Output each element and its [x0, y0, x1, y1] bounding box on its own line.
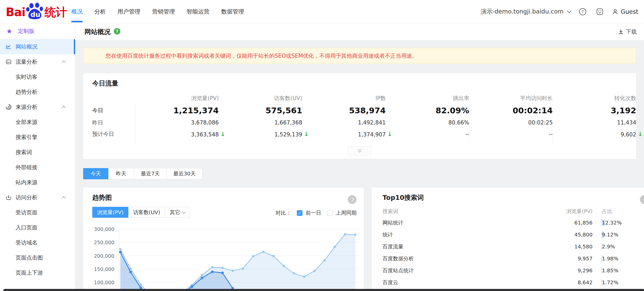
data-point: [282, 265, 285, 267]
sidebar-item-label: 受访域名: [16, 239, 37, 246]
stats-value: --: [386, 128, 469, 140]
stats-pad-cell: [553, 140, 636, 144]
data-point: [190, 285, 193, 288]
nav-tab[interactable]: 智能运营: [187, 0, 209, 23]
sidebar-item[interactable]: 全部来源: [0, 115, 75, 130]
top-nav: Bai du 统计 概况分析用户管理营销管理智能运营数据管理 演示-demo.t…: [0, 0, 644, 23]
sidebar-item-label: 页面上下游: [16, 269, 43, 276]
stats-column-header: IP数: [302, 92, 386, 104]
stats-column-header: 平均访问时长: [469, 92, 553, 104]
top10-row: 百度流量14,5802.9%: [383, 241, 644, 253]
user-menu[interactable]: Guest: [612, 8, 638, 15]
stats-value: 3,192: [553, 104, 636, 117]
data-point: [242, 267, 244, 270]
sidebar-item-label: 入口页面: [16, 224, 37, 231]
stats-row: 今日1,215,374575,561538,97482.09%00:02:143…: [92, 104, 636, 117]
stats-value-text: 575,561: [266, 106, 302, 115]
chevron-up-icon[interactable]: [62, 105, 66, 110]
top10-ratio-text: 9.12%: [602, 232, 619, 238]
sidebar-item-label: 受访页面: [16, 209, 37, 216]
date-range-tab[interactable]: 最近30天: [167, 168, 202, 179]
stats-column-header: 访客数(UV): [219, 92, 302, 104]
visit-icon: [6, 195, 11, 200]
data-point: [129, 271, 132, 273]
baidu-tongji-logo[interactable]: Bai du 统计: [6, 4, 67, 20]
stats-pad-cell: [386, 140, 469, 144]
sidebar-item[interactable]: 受访域名: [0, 235, 75, 250]
top10-pv-value: 61,856: [551, 217, 593, 229]
sidebar-item[interactable]: 访问分析: [0, 190, 75, 205]
collapse-toggle-button[interactable]: [347, 146, 372, 156]
top10-row: 百度站点统计9,2961.85%: [383, 264, 644, 276]
download-button[interactable]: 下载: [618, 28, 637, 35]
chevron-up-icon[interactable]: [62, 60, 66, 64]
top10-keyword: 统计: [383, 229, 551, 241]
y-axis-tick-label: 150,000: [94, 266, 114, 272]
stats-value-text: 00:02:25: [528, 120, 553, 126]
double-chevron-down-icon: [357, 148, 363, 154]
sidebar-item-label: 全部来源: [16, 118, 37, 126]
data-point: [140, 283, 142, 286]
date-range-tabs: 今天昨天最近7天最近30天: [83, 168, 202, 179]
stats-value-text: 1,374,907: [358, 131, 386, 138]
stats-pad-row: [92, 140, 636, 144]
site-selector[interactable]: 演示-demo.tongji.baidu.com: [481, 8, 571, 16]
sidebar-item[interactable]: 站内来源: [0, 175, 75, 190]
sidebar-item[interactable]: 实时访客: [0, 69, 75, 84]
sidebar-item-label: 网站概况: [16, 43, 37, 50]
sidebar-item[interactable]: 趋势分析: [0, 84, 75, 100]
stats-value: 575,561: [219, 104, 302, 117]
sidebar-item-label: 外部链接: [16, 164, 37, 171]
sidebar-item-label: 来源分析: [16, 103, 37, 111]
data-point: [252, 255, 254, 257]
stats-pad-cell: [219, 140, 302, 144]
sidebar-item[interactable]: 页面上下游: [0, 265, 75, 280]
nav-tab[interactable]: 数据管理: [221, 0, 244, 23]
date-range-tab[interactable]: 今天: [83, 168, 108, 179]
chevron-down-icon: [567, 9, 571, 13]
bottom-dock-bar: [3, 289, 644, 291]
top10-ratio-value: 1.85%: [593, 264, 644, 276]
stats-value: 00:02:14: [469, 104, 553, 117]
stats-row-label: 今日: [92, 104, 135, 117]
stats-row-label: 昨日: [92, 117, 135, 128]
sidebar-item[interactable]: 搜索词: [0, 145, 75, 160]
sidebar-edition[interactable]: ★ 定制版: [0, 23, 75, 39]
sidebar-item[interactable]: 入口页面: [0, 220, 75, 235]
top10-row: 百度数据分析9,9571.98%: [383, 253, 644, 264]
help-badge-icon[interactable]: ?: [114, 28, 120, 35]
date-range-tab[interactable]: 最近7天: [134, 168, 167, 179]
nav-tab[interactable]: 用户管理: [117, 0, 140, 23]
stats-value-text: 1,667,368: [274, 120, 302, 126]
data-point: [344, 233, 346, 235]
page-title: 网站概况: [84, 28, 110, 36]
stats-value: 3,678,086: [135, 117, 219, 128]
sidebar-item[interactable]: 外部链接: [0, 160, 75, 175]
top10-ratio-text: 1.85%: [602, 267, 619, 274]
sidebar-item[interactable]: 流量分析: [0, 54, 75, 69]
site-domain: 演示-demo.tongji.baidu.com: [481, 8, 563, 16]
sidebar-item[interactable]: 页面点击图: [0, 250, 75, 265]
top10-ratio-value: 2.9%: [593, 241, 644, 253]
chevron-up-icon[interactable]: [62, 196, 66, 200]
sidebar-item[interactable]: 搜索引擎: [0, 130, 75, 145]
stats-value-text: 00:02:14: [512, 106, 553, 115]
stats-value: 00:02:25: [469, 117, 553, 128]
data-point: [119, 248, 122, 250]
stats-row: 昨日3,678,0861,667,3681,492,84180.66%00:02…: [92, 117, 636, 128]
help-icon[interactable]: ?: [577, 6, 588, 17]
sidebar-item[interactable]: 网站概况: [0, 39, 75, 54]
data-point: [354, 234, 356, 236]
apps-icon[interactable]: [595, 6, 605, 17]
stats-value-text: 80.66%: [448, 120, 469, 126]
top10-ratio-value: 9.12%: [593, 229, 644, 241]
date-range-tab[interactable]: 昨天: [108, 168, 134, 179]
top10-expand-button[interactable]: [640, 195, 644, 204]
nav-tab[interactable]: 营销管理: [152, 0, 175, 23]
sidebar-item[interactable]: 受访页面: [0, 205, 75, 220]
nav-tab[interactable]: 分析: [94, 0, 106, 23]
sidebar-item[interactable]: 来源分析: [0, 100, 75, 115]
nav-tab[interactable]: 概况: [71, 0, 83, 23]
baidu-paw-icon: du: [26, 3, 45, 20]
stats-value: 82.09%: [386, 104, 469, 117]
